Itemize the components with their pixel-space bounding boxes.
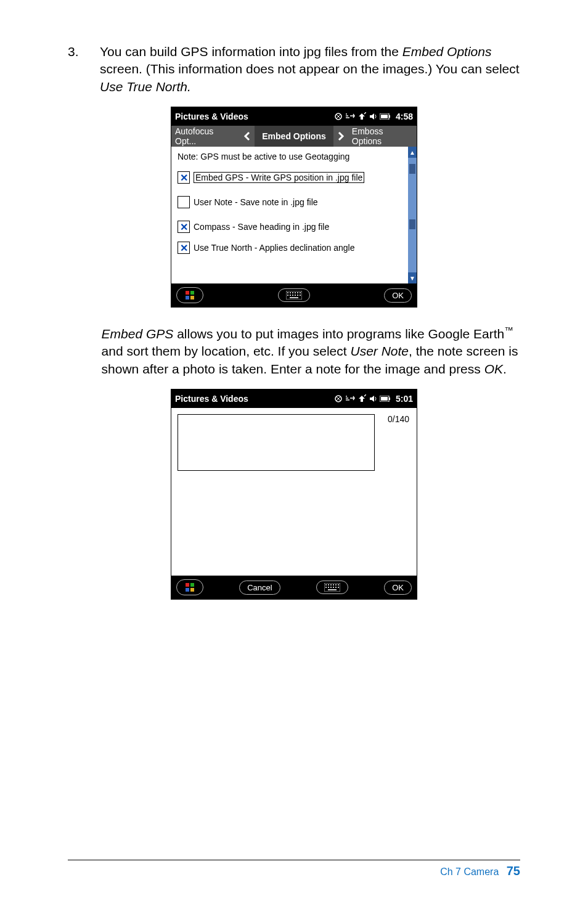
flag-icon [184, 290, 195, 301]
option-user-note[interactable]: User Note - Save note in .jpg file [171, 190, 408, 214]
svg-rect-16 [287, 295, 288, 296]
t1: You can build GPS information into jpg f… [100, 44, 402, 59]
mp-b: allows you to put images into programs l… [173, 327, 504, 341]
label-user-note: User Note - Save note in .jpg file [194, 197, 318, 207]
sync-icon [334, 112, 343, 121]
svg-rect-10 [287, 292, 288, 293]
start-button[interactable] [176, 287, 203, 303]
label-compass: Compass - Save heading in .jpg file [194, 222, 329, 232]
sync-icon [334, 394, 343, 403]
svg-rect-12 [292, 292, 293, 293]
keyboard-button-2[interactable] [316, 581, 348, 594]
tab-current-label: Embed Options [262, 131, 325, 141]
status-time-2: 5:01 [396, 394, 413, 404]
svg-rect-39 [325, 587, 327, 588]
note-area: 0/140 [171, 408, 417, 576]
keyboard-button[interactable] [278, 288, 310, 302]
svg-line-24 [364, 394, 366, 396]
keyboard-icon [324, 583, 340, 592]
svg-rect-40 [328, 587, 329, 588]
char-count: 0/140 [388, 414, 409, 424]
screenshot-embed-options: Pictures & Videos 4:58 Autofocus Opt... … [171, 107, 417, 308]
tab-next-label: Emboss Options [352, 126, 413, 146]
svg-rect-44 [338, 587, 339, 588]
tab-prev-label: Autofocus Opt... [175, 126, 236, 146]
screenshot-user-note: Pictures & Videos 5:01 0/140 Cancel OK [171, 389, 417, 600]
scrollbar[interactable]: ▲ ▼ [408, 147, 417, 283]
svg-rect-18 [292, 295, 293, 296]
ok-button-2[interactable]: OK [384, 581, 412, 595]
checkbox-compass[interactable]: ✕ [178, 221, 190, 233]
tab-prev[interactable]: Autofocus Opt... [171, 126, 240, 147]
svg-rect-7 [186, 296, 189, 300]
svg-rect-43 [335, 587, 337, 588]
mp-c: and sort them by location, etc. If you s… [102, 344, 351, 358]
option-compass[interactable]: ✕ Compass - Save heading in .jpg file [171, 214, 408, 239]
page-number: 75 [507, 864, 520, 878]
svg-rect-11 [290, 292, 291, 293]
svg-rect-21 [300, 295, 301, 296]
checkbox-user-note[interactable] [178, 196, 190, 208]
signal-icon [357, 394, 366, 403]
volume-icon [369, 112, 377, 121]
svg-rect-30 [186, 588, 189, 592]
tab-arrow-left[interactable] [240, 126, 255, 147]
volume-icon [369, 394, 377, 403]
status-bar: Pictures & Videos 4:58 [171, 107, 417, 126]
svg-rect-38 [338, 584, 339, 585]
svg-rect-8 [190, 296, 194, 300]
t4: Use True North. [100, 79, 191, 94]
svg-line-1 [364, 112, 366, 114]
svg-rect-15 [300, 292, 301, 293]
mp-d: User Note [350, 344, 409, 358]
scroll-down-icon[interactable]: ▼ [408, 272, 417, 283]
svg-rect-45 [328, 589, 337, 590]
geotag-note: Note: GPS must be active to use Geotaggi… [171, 147, 408, 165]
svg-rect-20 [297, 295, 298, 296]
start-button-2[interactable] [176, 579, 203, 595]
scroll-track[interactable] [408, 158, 417, 272]
ok-label: OK [392, 291, 404, 300]
chapter-label: Ch 7 Camera [440, 866, 499, 877]
scroll-up-icon[interactable]: ▲ [408, 147, 417, 158]
status-bar-2: Pictures & Videos 5:01 [171, 389, 417, 408]
chevron-left-icon [243, 131, 251, 141]
tab-arrow-right[interactable] [333, 126, 348, 147]
checkbox-true-north[interactable]: ✕ [178, 242, 190, 254]
svg-rect-5 [186, 291, 189, 295]
svg-rect-35 [330, 584, 332, 585]
svg-rect-22 [290, 297, 298, 298]
scroll-marker-top [409, 164, 415, 174]
svg-rect-31 [190, 588, 194, 592]
ok-label-2: OK [392, 583, 404, 592]
svg-rect-34 [328, 584, 329, 585]
app-title-2: Pictures & Videos [175, 394, 334, 404]
svg-rect-36 [333, 584, 334, 585]
svg-rect-29 [190, 583, 194, 587]
status-icons: 4:58 [334, 112, 413, 121]
step-text: You can build GPS information into jpg f… [100, 43, 520, 96]
scroll-marker-mid [409, 219, 415, 229]
option-embed-gps[interactable]: ✕ Embed GPS - Write GPS position in .jpg… [171, 165, 408, 190]
cancel-button[interactable]: Cancel [239, 581, 280, 595]
embed-gps-para: Embed GPS allows you to put images into … [102, 325, 520, 378]
label-true-north: Use True North - Applies declination ang… [194, 243, 354, 253]
svg-rect-28 [186, 583, 189, 587]
mp-a: Embed GPS [102, 327, 174, 341]
step-3: 3. You can build GPS information into jp… [68, 43, 520, 96]
page-footer: Ch 7 Camera 75 [68, 860, 520, 878]
bottom-bar-2: Cancel OK [171, 576, 417, 599]
status-icons-2: 5:01 [334, 394, 413, 404]
tab-current[interactable]: Embed Options [255, 126, 333, 147]
mp-g: . [503, 362, 507, 376]
mp-f: OK [484, 362, 503, 376]
svg-rect-33 [325, 584, 327, 585]
ok-button[interactable]: OK [384, 288, 412, 303]
app-title: Pictures & Videos [175, 112, 334, 121]
svg-rect-42 [333, 587, 334, 588]
checkbox-embed-gps[interactable]: ✕ [178, 171, 190, 184]
option-true-north[interactable]: ✕ Use True North - Applies declination a… [171, 239, 408, 256]
note-textbox[interactable] [178, 414, 375, 471]
tab-next[interactable]: Emboss Options [348, 126, 417, 147]
svg-rect-37 [335, 584, 337, 585]
